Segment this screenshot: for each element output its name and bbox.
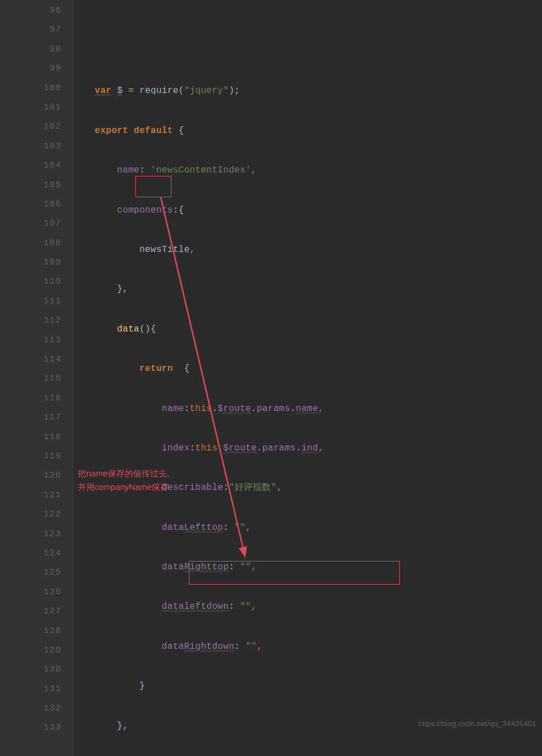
- code-line[interactable]: name:this.$route.params.name,: [95, 399, 542, 418]
- line-number: 113: [0, 331, 73, 350]
- line-number: 116: [0, 389, 73, 408]
- line-number: 103: [0, 137, 73, 156]
- line-number: 101: [0, 98, 73, 117]
- line-number: 100: [0, 79, 73, 98]
- line-number: 127: [0, 602, 73, 621]
- code-line[interactable]: dataLefttop: "",: [95, 518, 542, 537]
- line-number: 126: [0, 583, 73, 602]
- line-number-gutter: 9697989910010110210310410510610710810911…: [0, 0, 73, 756]
- code-line[interactable]: name: 'newsContentIndex',: [95, 161, 542, 180]
- line-number: 120: [0, 466, 73, 485]
- watermark: https://blog.csdn.net/qq_34405401: [418, 719, 536, 728]
- line-number: 123: [0, 525, 73, 544]
- line-number: 102: [0, 117, 73, 136]
- line-number: 128: [0, 622, 73, 641]
- line-number: 125: [0, 563, 73, 582]
- line-number: 105: [0, 176, 73, 195]
- code-line[interactable]: components:{: [95, 201, 542, 220]
- code-line[interactable]: [95, 42, 542, 61]
- line-number: 112: [0, 311, 73, 330]
- line-number: 114: [0, 350, 73, 369]
- line-number: 133: [0, 718, 73, 737]
- line-number: 130: [0, 660, 73, 679]
- code-line[interactable]: export default {: [95, 121, 542, 140]
- line-number: 97: [0, 20, 73, 39]
- code-line[interactable]: }: [95, 677, 542, 696]
- line-number: 111: [0, 292, 73, 311]
- code-line[interactable]: dataRighttop: "",: [95, 558, 542, 577]
- line-number: 117: [0, 408, 73, 427]
- line-number: 131: [0, 680, 73, 699]
- code-line[interactable]: dataleftdown: "",: [95, 597, 542, 616]
- code-line[interactable]: index:this.$route.params.ind,: [95, 439, 542, 458]
- line-number: 115: [0, 369, 73, 388]
- line-number: 108: [0, 234, 73, 253]
- line-number: 121: [0, 486, 73, 505]
- code-line[interactable]: dataRightdown: "",: [95, 637, 542, 656]
- annotation-text: 把name保存的值传过去, 并用companyName保存: [78, 467, 202, 494]
- line-number: 122: [0, 505, 73, 524]
- line-number: 109: [0, 253, 73, 272]
- code-line[interactable]: return {: [95, 359, 542, 378]
- code-line[interactable]: newsTitle,: [95, 240, 542, 259]
- line-number: 124: [0, 544, 73, 563]
- line-number: 96: [0, 1, 73, 20]
- code-area[interactable]: var $ = require("jquery"); export defaul…: [73, 0, 542, 756]
- line-number: 118: [0, 428, 73, 447]
- line-number: 132: [0, 699, 73, 718]
- code-line[interactable]: data(){: [95, 320, 542, 339]
- line-number: 106: [0, 195, 73, 214]
- line-number: 110: [0, 272, 73, 291]
- code-line[interactable]: },: [95, 280, 542, 299]
- line-number: 104: [0, 156, 73, 175]
- line-number: 129: [0, 641, 73, 660]
- code-line[interactable]: var $ = require("jquery");: [95, 81, 542, 100]
- line-number: 98: [0, 40, 73, 59]
- code-editor[interactable]: 9697989910010110210310410510610710810911…: [0, 0, 542, 756]
- line-number: 119: [0, 447, 73, 466]
- line-number: 99: [0, 59, 73, 78]
- line-number: 107: [0, 214, 73, 233]
